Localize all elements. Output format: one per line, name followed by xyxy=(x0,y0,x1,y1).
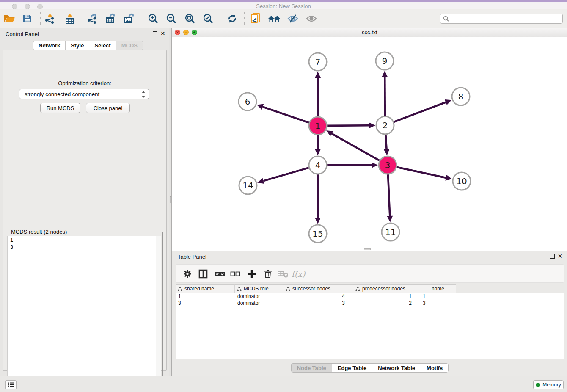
network-canvas[interactable]: 7968124314101511 xyxy=(172,37,567,251)
zoom-in-icon[interactable] xyxy=(146,12,160,25)
add-column-icon[interactable] xyxy=(245,268,258,280)
status-bar: Memory xyxy=(0,376,567,392)
delete-table-icon[interactable] xyxy=(277,268,289,280)
float-table-panel-icon[interactable] xyxy=(550,254,555,259)
export-network-icon[interactable] xyxy=(85,12,99,25)
graph-edge-arrowhead xyxy=(257,104,264,110)
hide-columns-icon[interactable] xyxy=(229,268,242,280)
export-table-icon[interactable] xyxy=(104,12,117,25)
graph-node-label: 15 xyxy=(312,229,323,239)
graph-edge-arrowhead xyxy=(387,216,393,222)
tab-network-table[interactable]: Network Table xyxy=(372,363,421,373)
column-header-name[interactable]: name xyxy=(420,284,456,293)
cell-predecessor-nodes: 1 xyxy=(353,293,420,300)
graph-edge-2-9[interactable] xyxy=(385,77,385,116)
hide-selected-icon[interactable] xyxy=(286,12,300,25)
search-input[interactable] xyxy=(440,14,563,24)
toolbar-separator xyxy=(221,12,221,25)
control-panel-tabs: NetworkStyleSelectMCDS xyxy=(33,41,143,50)
table-panel: Table Panel ✕ f(x) shared nameMCDS roles… xyxy=(172,251,567,376)
criterion-select[interactable]: strongly connected component xyxy=(19,89,149,99)
save-session-icon[interactable] xyxy=(20,12,34,25)
zoom-fit-icon[interactable] xyxy=(183,12,197,25)
function-builder-icon: f(x) xyxy=(292,268,305,280)
tab-mcds[interactable]: MCDS xyxy=(116,41,143,50)
refresh-icon[interactable] xyxy=(226,12,239,25)
tab-edge-table[interactable]: Edge Table xyxy=(332,363,372,373)
memory-label: Memory xyxy=(542,382,561,388)
table-row[interactable]: 1dominator411 xyxy=(176,293,564,300)
graph-edge-2-8[interactable] xyxy=(394,102,446,122)
splitter-handle[interactable] xyxy=(170,196,171,203)
cell-mcds-role: dominator xyxy=(235,300,284,306)
criterion-value: strongly connected component xyxy=(25,91,99,97)
graph-edge-arrowhead xyxy=(372,162,378,168)
table-body: 1dominator4113dominator323 xyxy=(176,293,564,359)
horizontal-splitter-handle[interactable] xyxy=(364,248,371,250)
graph-node-label: 3 xyxy=(385,160,391,170)
tab-node-table[interactable]: Node Table xyxy=(291,363,332,373)
graph-edge-4-14[interactable] xyxy=(263,168,308,181)
tab-style[interactable]: Style xyxy=(66,41,89,50)
import-table-icon[interactable] xyxy=(63,12,77,25)
table-tabs: Node TableEdge TableNetwork TableMotifs xyxy=(172,363,567,373)
column-header-mcds-role[interactable]: MCDS role xyxy=(235,284,284,293)
tab-motifs[interactable]: Motifs xyxy=(421,363,449,373)
memory-button[interactable]: Memory xyxy=(533,380,564,389)
first-neighbors-icon[interactable] xyxy=(267,12,281,25)
zoom-selected-icon[interactable] xyxy=(201,12,215,25)
graph-edge-3-11[interactable] xyxy=(388,174,390,216)
close-table-panel-icon[interactable]: ✕ xyxy=(558,253,563,259)
open-session-icon[interactable] xyxy=(3,12,16,25)
mcds-result-group: MCDS result (2 nodes) 13 xyxy=(6,232,163,391)
network-window-titlebar[interactable]: ✕ − + scc.txt xyxy=(172,28,567,37)
graph-edge-arrowhead xyxy=(315,218,321,224)
tab-network[interactable]: Network xyxy=(33,41,66,50)
gear-icon[interactable] xyxy=(181,268,194,280)
graph-node-label: 1 xyxy=(315,121,321,131)
float-panel-icon[interactable] xyxy=(153,31,157,36)
app-titlebar: Session: New Session xyxy=(0,0,567,9)
graph-edge-1-2[interactable] xyxy=(327,125,369,126)
graph-edge-2-3[interactable] xyxy=(385,135,386,149)
cell-successor-nodes: 3 xyxy=(284,300,353,306)
graph-edge-1-6[interactable] xyxy=(263,107,309,123)
graph-node-label: 6 xyxy=(245,97,250,107)
cell-predecessor-nodes: 2 xyxy=(353,300,420,306)
new-network-from-selection-icon[interactable] xyxy=(249,12,263,25)
column-tree-icon xyxy=(178,287,182,291)
column-header-label: name xyxy=(432,286,444,292)
column-tree-icon xyxy=(237,287,242,291)
optimization-criterion-label: Optimization criterion: xyxy=(3,80,166,86)
graph-node-label: 9 xyxy=(382,56,388,66)
result-scrollbar[interactable] xyxy=(156,236,161,389)
cell-shared-name: 3 xyxy=(176,300,235,306)
zoom-out-icon[interactable] xyxy=(165,12,178,25)
show-columns-icon[interactable] xyxy=(214,268,226,280)
window-title: Session: New Session xyxy=(0,3,567,9)
search-icon xyxy=(443,16,449,22)
export-image-icon[interactable] xyxy=(122,12,136,25)
close-panel-button[interactable]: Close panel xyxy=(86,103,130,113)
tab-select[interactable]: Select xyxy=(89,41,116,50)
graph-node-label: 11 xyxy=(385,227,396,237)
list-icon xyxy=(8,382,14,388)
column-header-shared-name[interactable]: shared name xyxy=(176,284,235,293)
import-network-icon[interactable] xyxy=(43,12,57,25)
column-header-predecessor-nodes[interactable]: predecessor nodes xyxy=(353,284,420,293)
graph-node-label: 8 xyxy=(458,91,464,102)
graph-edge-3-10[interactable] xyxy=(396,167,446,178)
run-mcds-button[interactable]: Run MCDS xyxy=(40,103,80,113)
table-row[interactable]: 3dominator323 xyxy=(176,300,564,306)
graph-edge-arrowhead xyxy=(382,71,388,77)
cell-name: 1 xyxy=(420,293,456,300)
show-all-icon[interactable] xyxy=(305,12,318,25)
column-header-successor-nodes[interactable]: successor nodes xyxy=(284,284,353,293)
close-panel-icon[interactable]: ✕ xyxy=(160,30,165,36)
delete-column-icon[interactable] xyxy=(261,268,274,280)
column-mode-icon[interactable] xyxy=(197,268,209,280)
graph-edge-3-1[interactable] xyxy=(332,134,380,161)
mcds-result-list[interactable]: 13 xyxy=(7,236,161,389)
table-header: shared nameMCDS rolesuccessor nodesprede… xyxy=(176,284,456,293)
task-history-button[interactable] xyxy=(5,380,17,389)
